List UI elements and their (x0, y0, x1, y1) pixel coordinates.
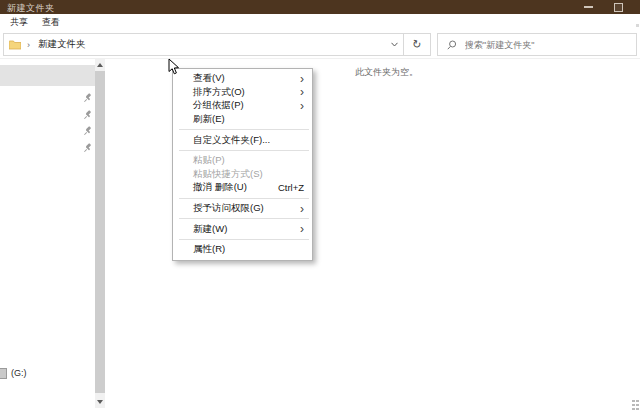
menu-item-label: 排序方式(O) (193, 86, 245, 99)
menu-item-label: 属性(R) (193, 243, 225, 256)
drive-label: (G:) (11, 368, 27, 378)
context-menu: 查看(V)›排序方式(O)›分组依据(P)›刷新(E)自定义文件夹(F)...粘… (172, 68, 313, 261)
sidebar-scrollbar[interactable] (95, 59, 105, 408)
breadcrumb[interactable]: 新建文件夹 (38, 38, 385, 51)
ribbon-tab-row: 共享 查看 (0, 14, 640, 30)
pin-icon (83, 122, 93, 132)
menu-item-label: 粘贴(P) (193, 154, 225, 167)
toolbar: › 新建文件夹 ↻ (0, 30, 640, 59)
context-menu-item[interactable]: 撤消 删除(U)Ctrl+Z (173, 181, 312, 195)
empty-folder-message: 此文件夹为空。 (355, 66, 418, 79)
pin-icon (83, 89, 93, 99)
breadcrumb-chevron-icon: › (27, 40, 30, 50)
ribbon-expand-icon[interactable] (636, 24, 639, 27)
context-menu-item: 粘贴快捷方式(S) (173, 168, 312, 182)
menu-item-shortcut: Ctrl+Z (278, 182, 304, 193)
submenu-arrow-icon: › (300, 202, 304, 215)
tab-share[interactable]: 共享 (10, 16, 28, 29)
menu-separator (179, 239, 309, 240)
context-menu-item[interactable]: 授予访问权限(G)› (173, 202, 312, 216)
submenu-arrow-icon: › (300, 99, 304, 112)
address-dropdown-button[interactable] (385, 34, 403, 55)
minimize-button[interactable] (575, 0, 601, 14)
title-bar: 新建文件夹 (0, 0, 640, 14)
menu-separator (179, 198, 309, 199)
menu-item-label: 刷新(E) (193, 113, 225, 126)
minimize-icon (584, 6, 593, 8)
menu-separator (179, 150, 309, 151)
menu-item-label: 粘贴快捷方式(S) (193, 168, 263, 181)
menu-item-label: 查看(V) (193, 72, 225, 85)
context-menu-item[interactable]: 排序方式(O)› (173, 86, 312, 100)
context-menu-item[interactable]: 查看(V)› (173, 72, 312, 86)
scroll-down-button[interactable] (95, 396, 105, 408)
context-menu-item[interactable]: 属性(R) (173, 243, 312, 257)
pin-icon (83, 106, 93, 116)
search-icon (447, 40, 457, 50)
refresh-icon: ↻ (411, 38, 423, 51)
menu-separator (179, 218, 309, 219)
submenu-arrow-icon: › (300, 86, 304, 99)
tab-view[interactable]: 查看 (42, 16, 60, 29)
sidebar-selected-item[interactable] (0, 65, 95, 86)
context-menu-item[interactable]: 刷新(E) (173, 113, 312, 127)
context-menu-item[interactable]: 分组依据(P)› (173, 99, 312, 113)
menu-item-label: 自定义文件夹(F)... (193, 134, 270, 147)
submenu-arrow-icon: › (300, 223, 304, 236)
sidebar-item-drive-g[interactable]: (G:) (0, 367, 27, 379)
taskbar-corner-icon (632, 400, 639, 411)
menu-item-label: 授予访问权限(G) (193, 202, 264, 215)
context-menu-item[interactable]: 新建(W)› (173, 222, 312, 236)
search-input[interactable] (463, 39, 636, 51)
menu-item-label: 新建(W) (193, 223, 227, 236)
folder-icon (9, 36, 21, 54)
pin-icon (83, 139, 93, 149)
refresh-button[interactable]: ↻ (403, 33, 431, 56)
maximize-icon (614, 3, 623, 12)
search-box[interactable] (437, 33, 637, 56)
maximize-button[interactable] (605, 0, 631, 14)
menu-item-label: 分组依据(P) (193, 99, 244, 112)
chevron-down-icon (97, 400, 103, 404)
menu-item-label: 撤消 删除(U) (193, 181, 247, 194)
drive-icon (0, 368, 7, 379)
scrollbar-thumb[interactable] (95, 71, 105, 393)
address-bar[interactable]: › 新建文件夹 (3, 33, 404, 56)
menu-separator (179, 129, 309, 130)
scroll-up-button[interactable] (95, 59, 105, 71)
context-menu-item[interactable]: 自定义文件夹(F)... (173, 133, 312, 147)
chevron-up-icon (97, 63, 103, 67)
context-menu-item: 粘贴(P) (173, 154, 312, 168)
